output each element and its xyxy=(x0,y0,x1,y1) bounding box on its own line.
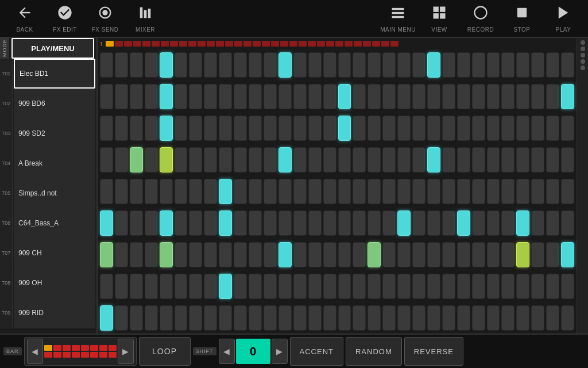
pad-7-26[interactable] xyxy=(487,274,500,299)
pad-4-8[interactable] xyxy=(219,179,232,204)
pad-3-21[interactable] xyxy=(412,147,425,172)
pad-8-18[interactable] xyxy=(368,305,381,331)
pad-0-2[interactable] xyxy=(130,52,143,78)
pad-6-30[interactable] xyxy=(546,242,559,267)
pad-0-17[interactable] xyxy=(353,52,366,78)
pad-7-5[interactable] xyxy=(175,274,188,299)
pad-2-25[interactable] xyxy=(472,116,485,141)
pad-3-0[interactable] xyxy=(100,147,113,172)
pad-1-18[interactable] xyxy=(368,84,381,109)
pad-6-16[interactable] xyxy=(338,242,351,267)
pad-4-5[interactable] xyxy=(175,179,188,204)
pad-2-0[interactable] xyxy=(100,116,113,141)
pad-6-19[interactable] xyxy=(382,242,396,267)
pad-2-20[interactable] xyxy=(397,116,411,141)
pad-7-29[interactable] xyxy=(531,274,544,299)
pad-0-21[interactable] xyxy=(412,52,425,78)
pad-1-0[interactable] xyxy=(100,84,113,109)
pad-6-29[interactable] xyxy=(531,242,544,267)
pad-0-0[interactable] xyxy=(100,52,113,78)
pad-2-19[interactable] xyxy=(382,116,396,141)
pad-0-14[interactable] xyxy=(308,52,322,78)
pad-4-6[interactable] xyxy=(189,179,202,204)
track-name-1[interactable]: 909 BD6 xyxy=(14,89,95,118)
pad-0-27[interactable] xyxy=(501,52,514,78)
pad-1-1[interactable] xyxy=(115,84,128,109)
pad-1-13[interactable] xyxy=(293,84,307,109)
pad-7-17[interactable] xyxy=(353,274,366,299)
pad-2-8[interactable] xyxy=(219,116,232,141)
pad-4-27[interactable] xyxy=(501,179,514,204)
pad-1-20[interactable] xyxy=(397,84,411,109)
track-name-0[interactable]: Elec BD1 xyxy=(14,59,95,89)
pad-5-20[interactable] xyxy=(397,210,411,236)
pad-7-10[interactable] xyxy=(249,274,262,299)
pad-3-22[interactable] xyxy=(427,147,440,172)
pad-5-30[interactable] xyxy=(546,210,559,236)
pad-8-13[interactable] xyxy=(293,305,307,331)
pad-8-26[interactable] xyxy=(487,305,500,331)
pad-1-14[interactable] xyxy=(308,84,322,109)
pad-3-2[interactable] xyxy=(130,147,143,172)
pad-5-24[interactable] xyxy=(457,210,470,236)
loop-button[interactable]: LOOP xyxy=(139,337,191,366)
pad-2-21[interactable] xyxy=(412,116,425,141)
pad-2-5[interactable] xyxy=(175,116,188,141)
pad-3-27[interactable] xyxy=(501,147,514,172)
pad-6-6[interactable] xyxy=(189,242,202,267)
pad-0-5[interactable] xyxy=(175,52,188,78)
pad-4-11[interactable] xyxy=(264,179,277,204)
pad-7-15[interactable] xyxy=(323,274,336,299)
fx-send-button[interactable]: FX SEND xyxy=(85,2,125,35)
pad-4-19[interactable] xyxy=(382,179,396,204)
pad-4-25[interactable] xyxy=(472,179,485,204)
pad-6-27[interactable] xyxy=(501,242,514,267)
pad-7-27[interactable] xyxy=(501,274,514,299)
pad-3-6[interactable] xyxy=(189,147,202,172)
pad-4-21[interactable] xyxy=(412,179,425,204)
pad-1-24[interactable] xyxy=(457,84,470,109)
pad-6-14[interactable] xyxy=(308,242,322,267)
pad-6-26[interactable] xyxy=(487,242,500,267)
pad-2-15[interactable] xyxy=(323,116,336,141)
pad-1-15[interactable] xyxy=(323,84,336,109)
pad-3-11[interactable] xyxy=(264,147,277,172)
pad-4-26[interactable] xyxy=(487,179,500,204)
pad-1-19[interactable] xyxy=(382,84,396,109)
pad-8-16[interactable] xyxy=(338,305,351,331)
pad-8-4[interactable] xyxy=(160,305,173,331)
pad-0-29[interactable] xyxy=(531,52,544,78)
pad-4-24[interactable] xyxy=(457,179,470,204)
pad-6-11[interactable] xyxy=(264,242,277,267)
pad-0-24[interactable] xyxy=(457,52,470,78)
pad-3-18[interactable] xyxy=(368,147,381,172)
pad-6-0[interactable] xyxy=(100,242,113,267)
pad-7-12[interactable] xyxy=(278,274,292,299)
pad-8-0[interactable] xyxy=(100,305,113,331)
pad-8-5[interactable] xyxy=(175,305,188,331)
pad-8-15[interactable] xyxy=(323,305,336,331)
pad-2-16[interactable] xyxy=(338,116,351,141)
pad-1-2[interactable] xyxy=(130,84,143,109)
pad-1-31[interactable] xyxy=(561,84,574,109)
pad-6-20[interactable] xyxy=(397,242,411,267)
pad-8-22[interactable] xyxy=(427,305,440,331)
pad-3-29[interactable] xyxy=(531,147,544,172)
pad-6-4[interactable] xyxy=(160,242,173,267)
pad-0-6[interactable] xyxy=(189,52,202,78)
pad-1-5[interactable] xyxy=(175,84,188,109)
pad-7-28[interactable] xyxy=(516,274,529,299)
pad-5-31[interactable] xyxy=(561,210,574,236)
pad-5-13[interactable] xyxy=(293,210,307,236)
pad-5-18[interactable] xyxy=(368,210,381,236)
pad-6-2[interactable] xyxy=(130,242,143,267)
pad-5-4[interactable] xyxy=(160,210,173,236)
pad-7-14[interactable] xyxy=(308,274,322,299)
pad-4-4[interactable] xyxy=(160,179,173,204)
pad-3-28[interactable] xyxy=(516,147,529,172)
pad-5-22[interactable] xyxy=(427,210,440,236)
pad-8-25[interactable] xyxy=(472,305,485,331)
pad-0-18[interactable] xyxy=(368,52,381,78)
pad-4-31[interactable] xyxy=(561,179,574,204)
pad-1-12[interactable] xyxy=(278,84,292,109)
